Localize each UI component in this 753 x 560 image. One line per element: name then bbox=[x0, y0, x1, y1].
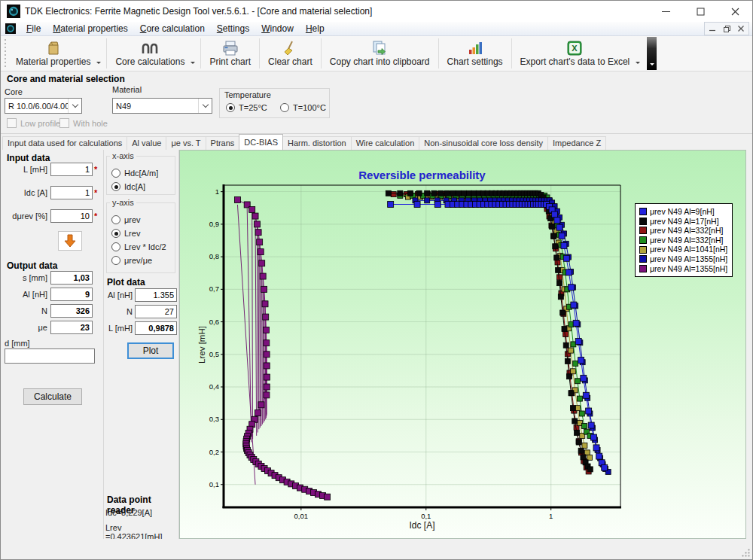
field-label: N bbox=[105, 307, 133, 316]
field-label: dμrev [%] bbox=[1, 212, 47, 221]
material-properties-dropdown-icon[interactable] bbox=[96, 62, 101, 66]
durev-input[interactable] bbox=[50, 209, 93, 223]
toolbar-separator bbox=[259, 38, 260, 68]
low-profile-checkbox[interactable]: Low profile bbox=[7, 118, 60, 128]
legend-item: μrev N49 Al=332[nH] bbox=[639, 226, 728, 236]
menu-core-calculation[interactable]: Core calculation bbox=[134, 23, 211, 35]
legend-item: μrev N49 Al=17[nH] bbox=[639, 217, 728, 227]
x-axis-label: x-axis bbox=[110, 151, 136, 160]
svg-text:0,6: 0,6 bbox=[209, 318, 219, 326]
idc-a-input[interactable] bbox=[50, 186, 93, 199]
app-window: TDK Electronics: Ferrite Magnetic Design… bbox=[0, 0, 753, 560]
tab-non-sinusoidal[interactable]: Non-sinusoidal core loss density bbox=[419, 136, 548, 150]
core-combobox[interactable]: R 10.0/6.00/4.00 bbox=[5, 98, 82, 114]
legend-swatch bbox=[639, 246, 647, 254]
export-excel-dropdown-icon[interactable] bbox=[636, 62, 640, 66]
svg-text:X: X bbox=[572, 44, 578, 53]
toolbar-overflow-button[interactable] bbox=[647, 37, 657, 70]
chevron-down-icon[interactable] bbox=[198, 99, 212, 113]
resize-grip[interactable] bbox=[741, 548, 751, 558]
chevron-down-icon[interactable] bbox=[68, 99, 81, 113]
tab-ptrans[interactable]: Ptrans bbox=[206, 136, 240, 150]
maximize-icon[interactable] bbox=[683, 1, 718, 22]
legend-swatch bbox=[639, 265, 647, 272]
n-output[interactable] bbox=[50, 304, 93, 318]
axis-plot-panel: x-axis Hdc[A/m] Idc[A] y-axis μrev Lrev … bbox=[104, 150, 179, 539]
radio-idc[interactable]: Idc[A] bbox=[111, 182, 170, 191]
material-properties-label: Material properties bbox=[16, 56, 90, 67]
material-combobox[interactable]: N49 bbox=[112, 98, 212, 114]
plot-al-input[interactable] bbox=[135, 288, 177, 302]
tab-al-value[interactable]: Al value bbox=[127, 136, 166, 150]
svg-text:1: 1 bbox=[215, 187, 219, 196]
print-chart-label: Print chart bbox=[209, 56, 251, 67]
tab-wire-calculation[interactable]: Wire calculation bbox=[351, 136, 420, 150]
mdi-window-controls bbox=[704, 22, 749, 35]
bag-icon bbox=[45, 39, 62, 56]
tab-strip: Input data used for calculations Al valu… bbox=[1, 134, 752, 150]
svg-text:0,01: 0,01 bbox=[294, 512, 309, 520]
svg-text:0,1: 0,1 bbox=[421, 512, 431, 520]
main-area: Input data L [mH] * Idc [A] * dμrev [%] … bbox=[1, 150, 753, 539]
menu-file[interactable]: File bbox=[20, 23, 47, 35]
plot-button[interactable]: Plot bbox=[127, 342, 174, 359]
calculate-button[interactable]: Calculate bbox=[23, 388, 82, 405]
printer-icon bbox=[221, 39, 239, 56]
required-marker: * bbox=[94, 188, 97, 197]
radio-hdc[interactable]: Hdc[A/m] bbox=[111, 169, 170, 178]
transfer-down-button[interactable] bbox=[58, 231, 82, 251]
chart-settings-button[interactable]: Chart settings bbox=[441, 37, 509, 70]
core-icon bbox=[141, 39, 159, 56]
copy-chart-button[interactable]: Copy chart into clipboard bbox=[324, 37, 436, 70]
menu-help[interactable]: Help bbox=[300, 23, 331, 35]
radio-urev[interactable]: μrev bbox=[111, 215, 170, 224]
bar-chart-icon bbox=[467, 39, 483, 56]
tab-dc-bias[interactable]: DC-BIAS bbox=[239, 134, 283, 150]
plot-l-input[interactable] bbox=[135, 321, 177, 335]
l-mh-input[interactable] bbox=[50, 163, 93, 176]
radio-lrev-idc2[interactable]: Lrev * Idc/2 bbox=[111, 242, 170, 251]
menu-settings[interactable]: Settings bbox=[211, 23, 255, 35]
print-chart-button[interactable]: Print chart bbox=[203, 37, 257, 70]
legend-swatch bbox=[639, 208, 647, 215]
clear-chart-button[interactable]: Clear chart bbox=[262, 37, 319, 70]
radio-urev-ue[interactable]: μrev/μe bbox=[111, 256, 170, 265]
minimize-icon[interactable] bbox=[648, 1, 683, 22]
menu-bar: File Material properties Core calculatio… bbox=[1, 22, 752, 36]
with-hole-checkbox[interactable]: With hole bbox=[59, 118, 108, 128]
legend-item: μrev N49 Al=1041[nH] bbox=[639, 245, 728, 254]
material-properties-button[interactable]: Material properties bbox=[10, 37, 96, 70]
tab-input-data[interactable]: Input data used for calculations bbox=[2, 136, 127, 150]
tab-harm-distortion[interactable]: Harm. distortion bbox=[282, 136, 352, 150]
radio-t100[interactable]: T=100°C bbox=[280, 103, 326, 112]
radio-lrev[interactable]: Lrev bbox=[111, 229, 170, 238]
close-icon[interactable] bbox=[718, 1, 752, 22]
down-arrow-icon bbox=[64, 234, 76, 248]
excel-icon: X bbox=[566, 39, 583, 56]
menu-window[interactable]: Window bbox=[255, 23, 300, 35]
s-mm-output[interactable] bbox=[50, 271, 93, 285]
svg-text:0,1: 0,1 bbox=[209, 480, 219, 488]
mdi-minimize-icon[interactable] bbox=[706, 23, 719, 34]
core-calculations-dropdown-icon[interactable] bbox=[191, 62, 195, 66]
al-nh-output[interactable] bbox=[50, 288, 93, 301]
core-calculations-button[interactable]: Core calculations bbox=[109, 37, 191, 70]
toolbar-grip[interactable] bbox=[4, 39, 7, 68]
ue-output[interactable] bbox=[50, 321, 93, 334]
mdi-close-icon[interactable] bbox=[734, 23, 748, 34]
d-mm-input[interactable] bbox=[5, 348, 95, 364]
title-bar: TDK Electronics: Ferrite Magnetic Design… bbox=[1, 1, 752, 22]
mdi-restore-icon[interactable] bbox=[720, 23, 733, 34]
export-excel-button[interactable]: X Export chart's data to Excel bbox=[514, 37, 636, 70]
tab-impedance-z[interactable]: Impedance Z bbox=[547, 136, 606, 150]
menu-material-properties[interactable]: Material properties bbox=[47, 23, 133, 35]
x-axis-title: Idc [A] bbox=[224, 520, 620, 531]
plot-n-input[interactable] bbox=[135, 305, 177, 318]
broom-icon bbox=[282, 39, 298, 56]
radio-t25[interactable]: T=25°C bbox=[226, 103, 267, 112]
d-mm-label: d [mm] bbox=[5, 339, 30, 348]
toolbar-separator bbox=[438, 38, 439, 68]
field-label: Idc [A] bbox=[1, 188, 47, 197]
toolbar: Material properties Core calculations Pr… bbox=[1, 36, 752, 72]
tab-ue-vs-t[interactable]: μe vs. T bbox=[166, 136, 206, 150]
